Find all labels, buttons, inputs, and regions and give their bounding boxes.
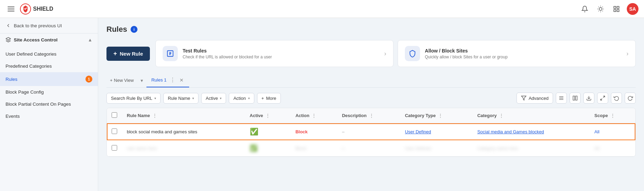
action-filter[interactable]: Action ▾ bbox=[229, 93, 254, 104]
row-category-type: User Defined bbox=[400, 123, 472, 140]
active-filter[interactable]: Active ▾ bbox=[201, 93, 226, 104]
sidebar-item-label: Predefined Categories bbox=[6, 64, 52, 69]
allow-block-icon bbox=[405, 46, 420, 61]
row-height-button[interactable] bbox=[556, 93, 567, 104]
category-column: Category ⋮ bbox=[472, 108, 590, 123]
svg-marker-18 bbox=[522, 96, 526, 100]
row-action: Block bbox=[290, 140, 337, 156]
section-label: Site Access Control bbox=[14, 37, 58, 42]
svg-point-4 bbox=[599, 7, 602, 10]
row-checkbox[interactable] bbox=[112, 128, 117, 134]
grid-icon[interactable] bbox=[611, 3, 622, 15]
download-icon bbox=[586, 95, 592, 101]
advanced-label: Advanced bbox=[529, 96, 549, 101]
action-row: + New Rule Test Rules Check if the URL i… bbox=[106, 40, 636, 67]
category-type-col-menu[interactable]: ⋮ bbox=[438, 113, 442, 118]
sidebar-item-rules[interactable]: Rules 1 bbox=[0, 72, 98, 86]
more-label: More bbox=[266, 96, 276, 101]
fullscreen-icon bbox=[600, 95, 605, 101]
svg-rect-2 bbox=[8, 11, 14, 11]
advanced-button[interactable]: Advanced bbox=[517, 93, 553, 104]
tab-expand-icon[interactable]: ▾ bbox=[139, 76, 145, 85]
row-checkbox[interactable] bbox=[112, 145, 117, 151]
test-rules-card[interactable]: Test Rules Check if the URL is allowed o… bbox=[155, 40, 393, 67]
select-all-column bbox=[107, 108, 122, 123]
row-category: Social media and Games blocked bbox=[472, 123, 590, 140]
new-rule-button[interactable]: + New Rule bbox=[106, 47, 150, 61]
active-col-menu[interactable]: ⋮ bbox=[266, 113, 270, 118]
description-col-menu[interactable]: ⋮ bbox=[369, 113, 374, 118]
sidebar-item-user-defined-categories[interactable]: User Defined Categories bbox=[0, 48, 98, 60]
svg-rect-23 bbox=[575, 96, 577, 100]
tab-close-icon[interactable]: ✕ bbox=[179, 77, 184, 84]
undo-button[interactable] bbox=[611, 93, 622, 104]
allow-block-content: Allow / Block Sites Quickly allow / bloc… bbox=[425, 48, 622, 59]
new-view-tab[interactable]: + New View bbox=[106, 75, 137, 86]
tabs-row: + New View ▾ Rules 1 ⋮ ✕ bbox=[106, 73, 636, 88]
sidebar-item-block-page-config[interactable]: Block Page Config bbox=[0, 86, 98, 98]
svg-line-12 bbox=[602, 7, 603, 7]
nav-left: SHIELD bbox=[6, 3, 53, 15]
row-rule-name: rule name here bbox=[122, 140, 245, 156]
sidebar-item-block-partial-content[interactable]: Block Partial Content On Pages bbox=[0, 98, 98, 110]
sidebar-section-header: Site Access Control ▲ bbox=[0, 34, 98, 46]
svg-rect-0 bbox=[8, 7, 14, 7]
rules-table-container: Rule Name ⋮ Active ⋮ Action ⋮ Descriptio… bbox=[106, 108, 636, 157]
avatar[interactable]: SA bbox=[627, 3, 638, 15]
tab-rules-1[interactable]: Rules 1 ⋮ ✕ bbox=[146, 73, 189, 87]
app-name: SHIELD bbox=[33, 6, 53, 12]
rule-name-filter[interactable]: Rule Name ▾ bbox=[163, 93, 198, 104]
sidebar-item-label: Block Page Config bbox=[6, 89, 44, 95]
tab-label: Rules 1 bbox=[151, 77, 166, 83]
rule-name-col-menu[interactable]: ⋮ bbox=[153, 113, 157, 118]
scope-blurred: All bbox=[594, 146, 599, 151]
notifications-icon[interactable] bbox=[579, 3, 590, 15]
select-all-checkbox[interactable] bbox=[112, 112, 117, 118]
sidebar-item-events[interactable]: Events bbox=[0, 110, 98, 122]
test-rules-icon bbox=[163, 46, 178, 61]
filter-label: Active bbox=[206, 96, 218, 101]
fullscreen-button[interactable] bbox=[597, 93, 608, 104]
filter-label: Rule Name bbox=[168, 96, 190, 101]
category-type-value[interactable]: User Defined bbox=[405, 129, 431, 134]
columns-icon bbox=[572, 95, 578, 101]
row-height-icon bbox=[559, 95, 564, 101]
plus-icon: + bbox=[110, 78, 113, 83]
category-blurred: Category name here bbox=[477, 146, 518, 151]
category-col-menu[interactable]: ⋮ bbox=[499, 113, 503, 118]
rules-table: Rule Name ⋮ Active ⋮ Action ⋮ Descriptio… bbox=[107, 108, 635, 156]
undo-icon bbox=[614, 95, 619, 101]
download-button[interactable] bbox=[583, 93, 594, 104]
description-dash: – bbox=[342, 129, 344, 134]
columns-button[interactable] bbox=[570, 93, 581, 104]
test-rules-arrow: › bbox=[384, 50, 386, 57]
info-icon[interactable]: i bbox=[131, 26, 137, 33]
plus-icon: + bbox=[262, 96, 264, 101]
category-link[interactable]: Social media and Games blocked bbox=[477, 129, 544, 134]
row-action: Block bbox=[290, 123, 337, 140]
more-filters-button[interactable]: + More bbox=[257, 93, 281, 104]
table-row: rule name here ✅ Block – User Defined bbox=[107, 140, 635, 156]
back-button[interactable]: Back to the previous UI bbox=[0, 18, 98, 34]
description-blurred: – bbox=[342, 146, 344, 151]
allow-block-sites-card[interactable]: Allow / Block Sites Quickly allow / bloc… bbox=[398, 40, 636, 67]
active-blurred: ✅ bbox=[250, 145, 257, 152]
app-logo: SHIELD bbox=[20, 3, 53, 15]
description-column: Description ⋮ bbox=[337, 108, 400, 123]
brightness-icon[interactable] bbox=[595, 3, 606, 15]
sidebar-collapse-icon[interactable]: ▲ bbox=[88, 37, 92, 42]
row-scope: All bbox=[590, 140, 635, 156]
scope-column: Scope ⋮ bbox=[590, 108, 635, 123]
scope-col-menu[interactable]: ⋮ bbox=[611, 113, 615, 118]
action-col-menu[interactable]: ⋮ bbox=[312, 113, 316, 118]
hamburger-icon[interactable] bbox=[6, 3, 17, 15]
svg-rect-15 bbox=[617, 9, 619, 11]
action-column: Action ⋮ bbox=[290, 108, 337, 123]
search-rule-by-url-filter[interactable]: Search Rule By URL ▾ bbox=[106, 93, 161, 104]
tab-menu-icon[interactable]: ⋮ bbox=[168, 76, 177, 84]
new-rule-label: New Rule bbox=[120, 51, 143, 57]
refresh-button[interactable] bbox=[625, 93, 636, 104]
sidebar-item-predefined-categories[interactable]: Predefined Categories bbox=[0, 60, 98, 72]
toolbar-right: Advanced bbox=[517, 93, 636, 104]
row-select bbox=[107, 123, 122, 140]
